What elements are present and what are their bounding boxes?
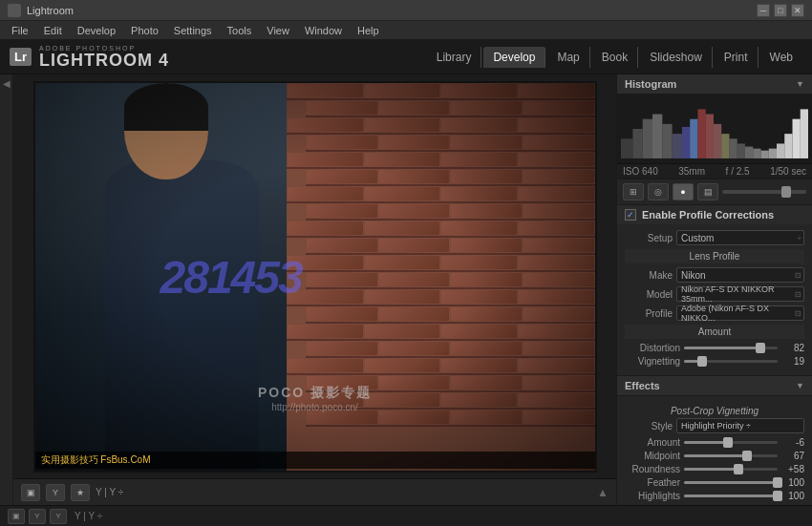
profile-expand-icon[interactable]: ⊡ [795,309,801,318]
style-label: Style [625,421,673,431]
effects-section: Effects ▼ Post-Crop Vignetting Style Hig… [617,376,812,505]
histogram-header[interactable]: Histogram ▼ [617,74,812,95]
svg-rect-0 [621,138,632,158]
profile-row: Profile Adobe (Nikon AF-S DX NIKKO... ⊡ [625,305,804,321]
effects-toggle[interactable]: ▼ [796,381,804,390]
tab-develop[interactable]: Develop [483,47,545,68]
model-value[interactable]: Nikon AF-S DX NIKKOR 35mm... ⊡ [676,286,804,302]
flag-icon[interactable]: Y [46,484,65,501]
bottom-nav-arrow[interactable]: ▲ [597,486,609,499]
spot-tool[interactable]: ◎ [648,183,669,200]
hist-iso: ISO 640 [623,166,658,177]
make-value[interactable]: Nikon ⊡ [676,267,804,283]
distortion-track[interactable] [684,347,778,349]
lens-correction-header[interactable]: ✓ Enable Profile Corrections [617,205,812,224]
roundness-thumb[interactable] [734,464,743,474]
view-mode-icon[interactable]: ▣ [8,509,25,524]
tab-slideshow[interactable]: Slideshow [640,47,713,68]
minimize-button[interactable]: ─ [757,4,770,17]
menu-file[interactable]: File [4,23,36,38]
title-text: Lightroom [27,5,74,16]
menu-tools[interactable]: Tools [220,23,260,38]
model-expand-icon[interactable]: ⊡ [795,290,801,299]
photo-frame: 281453 POCO 摄影专题 http://photo.poco.cn/ 实… [33,81,597,473]
svg-rect-12 [729,138,737,158]
effects-amount-fill [684,441,728,444]
svg-rect-7 [690,119,697,158]
midpoint-thumb[interactable] [742,451,752,461]
feather-fill [684,481,778,484]
lr-logo: Lr [10,48,32,66]
bottom-toolbar: ▣ Y ★ Y | Y ÷ ▲ [13,478,616,505]
setup-value[interactable]: Custom ÷ [676,230,804,245]
menu-photo[interactable]: Photo [123,23,166,38]
tab-map[interactable]: Map [547,47,589,68]
tab-library[interactable]: Library [427,47,482,68]
lens-correction-body: Setup Custom ÷ Lens Profile Make Nikon ⊡ [617,224,812,375]
svg-rect-19 [784,134,792,158]
crop-tool[interactable]: ⊞ [623,183,644,200]
roundness-fill [684,468,738,471]
tab-web[interactable]: Web [760,47,802,68]
menu-edit[interactable]: Edit [36,23,70,38]
svg-rect-2 [643,119,652,158]
setup-row: Setup Custom ÷ [625,230,804,245]
vignetting-thumb[interactable] [697,356,707,367]
model-label: Model [625,289,673,300]
svg-rect-3 [652,115,662,158]
histogram-toggle[interactable]: ▼ [796,79,804,89]
highlights-track[interactable] [684,494,778,497]
window-controls: ─ □ ✕ [757,4,804,17]
histogram-canvas [617,95,812,163]
effects-amount-thumb[interactable] [723,437,733,448]
midpoint-row: Midpoint 67 [625,451,804,461]
menu-help[interactable]: Help [350,23,387,38]
roundness-value: +58 [781,464,804,474]
compare-icon[interactable]: Y [50,509,67,524]
redeye-tool[interactable]: ● [673,183,694,200]
effects-amount-value: -6 [781,437,804,448]
status-bar: ▣ Y Y Y | Y ÷ [0,505,812,526]
roundness-track[interactable] [684,468,778,471]
svg-rect-5 [673,134,682,158]
highlights-label: Highlights [625,491,680,501]
effects-amount-track[interactable] [684,441,778,444]
setup-expand-icon[interactable]: ÷ [798,234,801,242]
vignetting-label: Vignetting [625,356,680,367]
menu-view[interactable]: View [259,23,297,38]
histogram-title: Histogram [625,78,676,90]
develop-toolbar: ⊞ ◎ ● ▤ [617,179,812,205]
effects-title: Effects [625,380,660,391]
style-value[interactable]: Highlight Priority ÷ [676,418,804,433]
watermark-fsbuscom: 实用摄影技巧 FsBus.CoM [35,452,595,469]
left-panel-arrow[interactable]: ◀ [3,78,11,89]
effects-body: Post-Crop Vignetting Style Highlight Pri… [617,396,812,505]
make-expand-icon[interactable]: ⊡ [795,271,801,280]
left-panel: ◀ [0,74,13,505]
grad-tool[interactable]: ▤ [697,183,718,200]
vignetting-track[interactable] [684,360,778,363]
develop-slider-thumb[interactable] [781,186,791,198]
highlights-thumb[interactable] [773,491,782,501]
feather-thumb[interactable] [773,477,782,488]
tab-book[interactable]: Book [592,47,638,68]
tab-print[interactable]: Print [715,47,759,68]
midpoint-track[interactable] [684,454,778,457]
histogram-section: Histogram ▼ [617,74,812,179]
profile-value[interactable]: Adobe (Nikon AF-S DX NIKKO... ⊡ [676,305,804,321]
distortion-label: Distortion [625,343,680,353]
distortion-thumb[interactable] [756,343,765,353]
develop-slider[interactable] [722,190,806,194]
menu-develop[interactable]: Develop [70,23,123,38]
restore-button[interactable]: □ [774,4,787,17]
star-icon[interactable]: ★ [71,484,90,501]
folder-icon[interactable]: ▣ [21,484,40,501]
menu-settings[interactable]: Settings [166,23,220,38]
model-row: Model Nikon AF-S DX NIKKOR 35mm... ⊡ [625,286,804,302]
menu-window[interactable]: Window [297,23,350,38]
info-icon[interactable]: Y [29,509,46,524]
feather-track[interactable] [684,481,778,484]
close-button[interactable]: ✕ [791,4,804,17]
enable-profile-checkbox[interactable]: ✓ [625,209,636,221]
effects-header[interactable]: Effects ▼ [617,376,812,396]
